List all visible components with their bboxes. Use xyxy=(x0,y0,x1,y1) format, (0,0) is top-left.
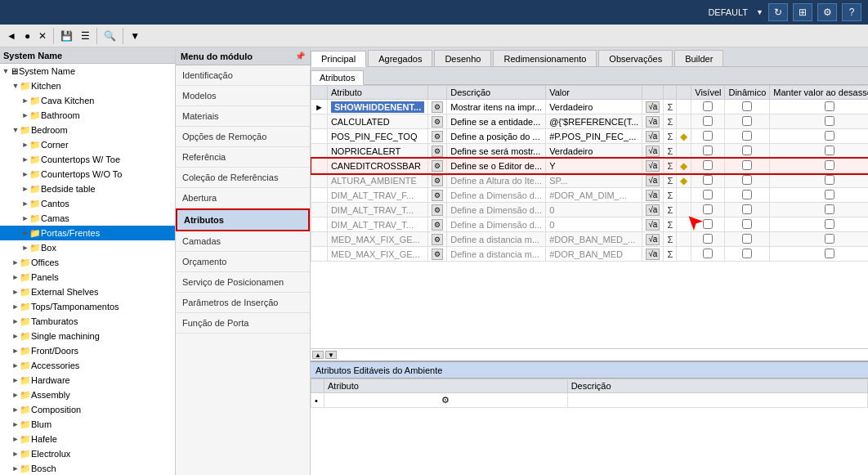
row-manter[interactable] xyxy=(770,173,868,188)
row-dynamic[interactable] xyxy=(725,232,770,247)
manter-checkbox[interactable] xyxy=(825,190,834,199)
row-visible[interactable] xyxy=(691,188,725,203)
row-visible[interactable] xyxy=(691,144,725,159)
dynamic-checkbox[interactable] xyxy=(742,190,752,199)
gear-button[interactable]: ⚙ xyxy=(817,3,837,21)
row-icon[interactable]: ⚙ xyxy=(428,232,447,247)
tree-item-bosch[interactable]: ►📁 Bosch xyxy=(0,461,175,475)
tree-item-box[interactable]: ►📁 Box xyxy=(0,240,175,255)
save-button[interactable]: 💾 xyxy=(57,27,76,45)
tree-item-hafele[interactable]: ►📁 Hafele xyxy=(0,432,175,446)
sqrt-button[interactable]: √a xyxy=(646,160,660,172)
row-sigma[interactable]: Σ xyxy=(664,144,677,159)
manter-checkbox[interactable] xyxy=(825,101,834,111)
row-manter[interactable] xyxy=(770,203,868,217)
attr-settings-button[interactable]: ⚙ xyxy=(432,175,443,186)
row-dynamic[interactable] xyxy=(725,247,770,262)
visible-checkbox[interactable] xyxy=(703,234,713,244)
tree-item-portas-frentes[interactable]: ►📁 Portas/Frentes xyxy=(0,226,175,240)
row-dynamic[interactable] xyxy=(725,129,770,144)
module-item-servico-posicionamento[interactable]: Serviço de Posicionamen xyxy=(176,272,310,293)
row-sqrt[interactable]: √a xyxy=(642,144,664,159)
tree-item-hardware[interactable]: ►📁 Hardware xyxy=(0,373,175,388)
row-visible[interactable] xyxy=(691,232,725,247)
row-dynamic[interactable] xyxy=(725,217,770,232)
attr-settings-button[interactable]: ⚙ xyxy=(432,146,443,157)
row-sqrt[interactable]: √a xyxy=(642,247,664,262)
row-icon[interactable]: ⚙ xyxy=(428,114,447,129)
visible-checkbox[interactable] xyxy=(703,160,713,170)
grid-button[interactable]: ⊞ xyxy=(793,3,812,21)
tree-item-tamburatos[interactable]: ►📁 Tamburatos xyxy=(0,314,175,329)
tree-item-blum[interactable]: ►📁 Blum xyxy=(0,417,175,432)
row-manter[interactable] xyxy=(770,129,868,144)
row-sqrt[interactable]: √a xyxy=(642,217,664,232)
manter-checkbox[interactable] xyxy=(825,234,834,244)
attr-table-row[interactable]: POS_PIN_FEC_TOQ⚙Define a posição do ...#… xyxy=(311,129,869,144)
module-item-funcao-porta[interactable]: Função de Porta xyxy=(176,313,310,334)
row-icon[interactable]: ⚙ xyxy=(428,217,447,232)
row-manter[interactable] xyxy=(770,144,868,159)
visible-checkbox[interactable] xyxy=(703,190,713,199)
attr-settings-button[interactable]: ⚙ xyxy=(432,101,443,113)
row-icon[interactable]: ⚙ xyxy=(428,203,447,217)
module-item-atributos[interactable]: Atributos xyxy=(176,208,310,231)
tree-item-bedroom[interactable]: ▼📁 Bedroom xyxy=(0,123,175,137)
module-item-referencia[interactable]: Referência xyxy=(176,147,310,168)
dynamic-checkbox[interactable] xyxy=(742,146,752,155)
sqrt-button[interactable]: √a xyxy=(646,175,660,186)
row-sigma[interactable]: Σ xyxy=(664,114,677,129)
sqrt-button[interactable]: √a xyxy=(646,116,660,128)
dropdown-button[interactable]: ▼ xyxy=(127,27,143,45)
tree-item-composition[interactable]: ►📁 Composition xyxy=(0,402,175,417)
row-manter[interactable] xyxy=(770,232,868,247)
row-dynamic[interactable] xyxy=(725,203,770,217)
dynamic-checkbox[interactable] xyxy=(742,131,752,141)
row-sigma[interactable]: Σ xyxy=(664,247,677,262)
close-button[interactable]: ✕ xyxy=(35,27,50,45)
dynamic-checkbox[interactable] xyxy=(742,234,752,244)
tree-item-single-machining[interactable]: ►📁 Single machining xyxy=(0,329,175,343)
manter-checkbox[interactable] xyxy=(825,131,834,141)
attr-settings-button[interactable]: ⚙ xyxy=(432,116,443,128)
row-visible[interactable] xyxy=(691,129,725,144)
module-item-parametros-insercao[interactable]: Parâmetros de Inserção xyxy=(176,293,310,313)
row-icon[interactable]: ⚙ xyxy=(428,247,447,262)
row-icon[interactable]: ⚙ xyxy=(428,100,447,114)
sub-tab-atributos[interactable]: Atributos xyxy=(311,70,364,85)
row-sigma[interactable]: Σ xyxy=(664,232,677,247)
module-item-orcamento[interactable]: Orçamento xyxy=(176,252,310,272)
module-item-modelos[interactable]: Modelos xyxy=(176,86,310,106)
row-visible[interactable] xyxy=(691,114,725,129)
attr-settings-button[interactable]: ⚙ xyxy=(432,234,443,245)
attr-table-row[interactable]: ►SHOWHIDDENENT...⚙Mostrar itens na impr.… xyxy=(311,100,869,114)
attr-table-row[interactable]: NOPRICEALERT⚙Define se será mostr...Verd… xyxy=(311,144,869,159)
manter-checkbox[interactable] xyxy=(825,160,834,170)
sqrt-button[interactable]: √a xyxy=(646,249,660,260)
row-dynamic[interactable] xyxy=(725,188,770,203)
module-item-identificacao[interactable]: Identificação xyxy=(176,65,310,86)
nav-down-button[interactable]: ▼ xyxy=(325,351,337,359)
manter-checkbox[interactable] xyxy=(825,146,834,155)
row-sqrt[interactable]: √a xyxy=(642,232,664,247)
row-icon[interactable]: ⚙ xyxy=(428,173,447,188)
attr-table-row[interactable]: DIM_ALT_TRAV_T...⚙Define a Dimensão d...… xyxy=(311,203,869,217)
tree-item-assembly[interactable]: ►📁 Assembly xyxy=(0,388,175,402)
row-visible[interactable] xyxy=(691,100,725,114)
visible-checkbox[interactable] xyxy=(703,131,713,141)
visible-checkbox[interactable] xyxy=(703,204,713,214)
module-item-opcoes-remocao[interactable]: Opções de Remoção xyxy=(176,127,310,147)
visible-checkbox[interactable] xyxy=(703,101,713,111)
menu-button[interactable]: ☰ xyxy=(78,27,93,45)
visible-checkbox[interactable] xyxy=(703,146,713,155)
row-sqrt[interactable]: √a xyxy=(642,188,664,203)
sqrt-button[interactable]: √a xyxy=(646,219,660,231)
manter-checkbox[interactable] xyxy=(825,204,834,214)
sqrt-button[interactable]: √a xyxy=(646,101,660,113)
attr-table-row[interactable]: CANEDITCROSSBAR⚙Define se o Editor de...… xyxy=(311,159,869,173)
module-item-colecao-referencias[interactable]: Coleção de Referências xyxy=(176,168,310,188)
attr-table-row[interactable]: MED_MAX_FIX_GE...⚙Define a distancia m..… xyxy=(311,247,869,262)
tree-item-bedside-table[interactable]: ►📁 Bedside table xyxy=(0,181,175,196)
tab-principal[interactable]: Principal xyxy=(311,51,366,67)
tab-agregados[interactable]: Agregados xyxy=(368,50,432,66)
